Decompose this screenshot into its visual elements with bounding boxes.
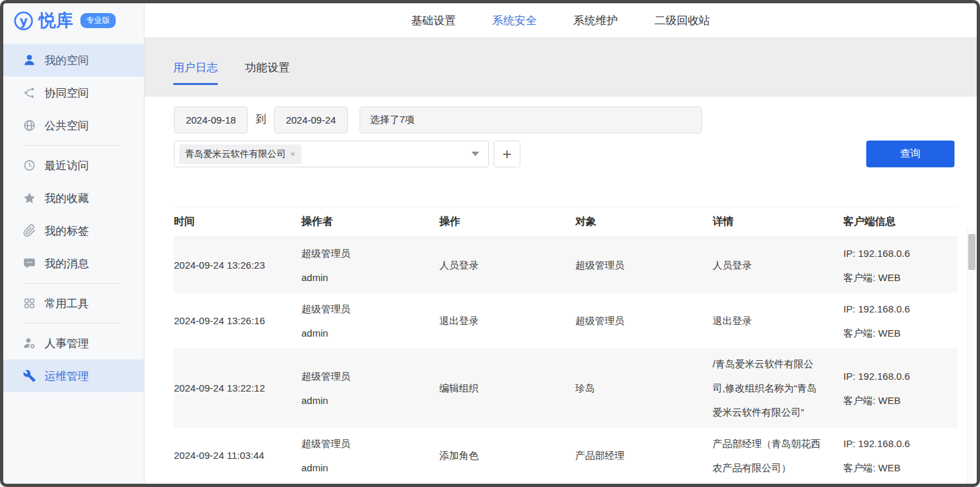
sidebar-divider — [23, 283, 120, 284]
client-type: 客户端: WEB — [843, 272, 901, 283]
wrench-icon — [23, 369, 36, 382]
sidebar-item-messages[interactable]: 我的消息 — [3, 247, 144, 280]
user-gear-icon — [23, 337, 36, 350]
client-ip: IP: 192.168.0.6 — [843, 303, 910, 314]
date-to-input[interactable] — [274, 107, 348, 133]
cell-time: 2024-09-24 13:26:16 — [174, 309, 301, 333]
operator-name: 超级管理员 — [301, 303, 350, 314]
column-header-detail: 详情 — [713, 215, 843, 229]
message-icon — [23, 257, 36, 270]
client-type: 客户端: WEB — [843, 462, 901, 473]
sidebar-item-label: 我的标签 — [44, 224, 89, 239]
operator-id: admin — [301, 272, 328, 283]
query-button[interactable]: 查询 — [866, 141, 955, 167]
cell-detail: 退出登录 — [713, 309, 843, 333]
page-tabs: 用户日志 功能设置 — [144, 38, 977, 97]
tab-function-settings[interactable]: 功能设置 — [245, 60, 290, 85]
user-icon — [23, 54, 36, 67]
operator-name: 超级管理员 — [301, 371, 350, 382]
cell-time: 2024-09-24 13:26:23 — [174, 253, 301, 277]
brand-name: 悦库 — [39, 9, 74, 32]
table-row: 2024-09-24 13:22:12 超级管理员 admin 编辑组织 珍岛 … — [174, 348, 958, 428]
topnav-item-system-security[interactable]: 系统安全 — [492, 13, 537, 28]
top-nav: 基础设置 系统安全 系统维护 二级回收站 — [144, 3, 977, 38]
sidebar-item-hr-management[interactable]: 人事管理 — [3, 327, 144, 360]
topnav-item-basic-settings[interactable]: 基础设置 — [411, 13, 456, 28]
client-ip: IP: 192.168.0.6 — [843, 248, 910, 259]
user-log-panel: 到 选择了7项 青岛爱米云软件有限公司 × + 查询 — [144, 97, 977, 484]
cell-target: 超级管理员 — [575, 253, 713, 277]
operator-id: admin — [301, 395, 328, 406]
client-ip: IP: 192.168.0.6 — [843, 438, 910, 449]
log-table-header: 时间 操作者 操作 对象 详情 客户端信息 — [174, 207, 958, 237]
filter-row-org: 青岛爱米云软件有限公司 × + 查询 — [174, 141, 977, 167]
content-area: 用户日志 功能设置 到 选择了7项 青岛爱米云软件有限公司 — [144, 38, 977, 484]
cell-detail: 产品部经理（青岛朝花西农产品有限公司） — [713, 431, 843, 480]
sidebar-item-common-tools[interactable]: 常用工具 — [3, 287, 144, 320]
organization-select[interactable]: 青岛爱米云软件有限公司 × — [174, 141, 489, 167]
cell-client-info: IP: 192.168.0.6 客户端: WEB — [843, 241, 958, 290]
log-table-body: 2024-09-24 13:26:23 超级管理员 admin 人员登录 超级管… — [174, 237, 958, 483]
column-header-client-info: 客户端信息 — [843, 215, 958, 229]
sidebar-item-label: 常用工具 — [44, 296, 89, 311]
cell-action: 添加角色 — [439, 443, 575, 467]
cell-target: 超级管理员 — [575, 309, 713, 333]
sidebar-item-favorites[interactable]: 我的收藏 — [3, 182, 144, 214]
date-from-input[interactable] — [174, 107, 248, 133]
cell-detail: /青岛爱米云软件有限公司,修改组织名称为“青岛爱米云软件有限公司” — [713, 352, 843, 424]
table-row: 2024-09-24 11:03:44 超级管理员 admin 添加角色 产品部… — [174, 428, 958, 483]
tab-user-log[interactable]: 用户日志 — [173, 60, 218, 85]
brand-edition-badge: 专业版 — [80, 13, 116, 28]
sidebar-nav: 我的空间 协同空间 公共空间 — [3, 38, 144, 392]
sidebar-item-label: 我的空间 — [44, 53, 89, 68]
operation-type-select[interactable]: 选择了7项 — [360, 107, 702, 133]
star-icon — [23, 192, 36, 205]
cell-detail: 人员登录 — [713, 253, 843, 277]
add-filter-button[interactable]: + — [494, 141, 520, 167]
sidebar-item-my-space[interactable]: 我的空间 — [3, 44, 144, 76]
sidebar-item-public-space[interactable]: 公共空间 — [3, 109, 144, 142]
filter-row-dates: 到 选择了7项 — [174, 107, 977, 133]
app-window: y 悦库 专业版 我的空间 — [0, 0, 980, 487]
globe-icon — [23, 119, 36, 132]
cell-client-info: IP: 192.168.0.6 客户端: WEB — [843, 297, 958, 345]
sidebar-item-tags[interactable]: 我的标签 — [3, 214, 144, 247]
organization-tag-label: 青岛爱米云软件有限公司 — [185, 148, 286, 160]
topnav-item-recycle-bin[interactable]: 二级回收站 — [654, 13, 710, 28]
operator-name: 超级管理员 — [301, 248, 350, 259]
sidebar-item-recent[interactable]: 最近访问 — [3, 149, 144, 182]
chevron-down-icon — [471, 152, 479, 156]
tag-remove-icon[interactable]: × — [290, 149, 296, 159]
cell-target: 珍岛 — [575, 376, 713, 400]
cell-time: 2024-09-24 11:03:44 — [174, 443, 301, 467]
cell-operator: 超级管理员 admin — [301, 241, 439, 290]
operator-id: admin — [301, 327, 328, 339]
operator-name: 超级管理员 — [301, 438, 350, 449]
svg-text:y: y — [20, 14, 27, 27]
sidebar-item-label: 协同空间 — [44, 86, 89, 101]
cell-operator: 超级管理员 admin — [301, 297, 439, 345]
cell-operator: 超级管理员 admin — [301, 431, 439, 480]
cell-time: 2024-09-24 13:22:12 — [174, 376, 301, 400]
main-area: 基础设置 系统安全 系统维护 二级回收站 用户日志 功能设置 到 选择了7项 — [144, 3, 977, 484]
sidebar-item-collab-space[interactable]: 协同空间 — [3, 76, 144, 109]
column-header-operator: 操作者 — [301, 215, 439, 229]
vertical-scrollbar-thumb[interactable] — [968, 234, 975, 270]
column-header-action: 操作 — [439, 215, 575, 229]
sidebar-divider — [23, 145, 120, 146]
log-table: 时间 操作者 操作 对象 详情 客户端信息 2024-09-24 13:26:2… — [174, 207, 958, 483]
client-ip: IP: 192.168.0.6 — [843, 371, 910, 382]
cell-action: 人员登录 — [439, 253, 575, 277]
sidebar-item-ops-management[interactable]: 运维管理 — [3, 360, 144, 392]
sidebar: y 悦库 专业版 我的空间 — [3, 3, 144, 484]
operation-type-select-value: 选择了7项 — [370, 114, 414, 126]
history-icon — [23, 159, 36, 172]
sidebar-divider — [23, 323, 120, 324]
client-type: 客户端: WEB — [843, 327, 901, 339]
topnav-item-system-maintenance[interactable]: 系统维护 — [573, 13, 618, 28]
column-header-time: 时间 — [174, 215, 301, 229]
sidebar-item-label: 最近访问 — [44, 158, 89, 173]
organization-tag: 青岛爱米云软件有限公司 × — [179, 144, 301, 164]
vertical-scrollbar-track — [967, 229, 977, 484]
column-header-target: 对象 — [575, 215, 713, 229]
